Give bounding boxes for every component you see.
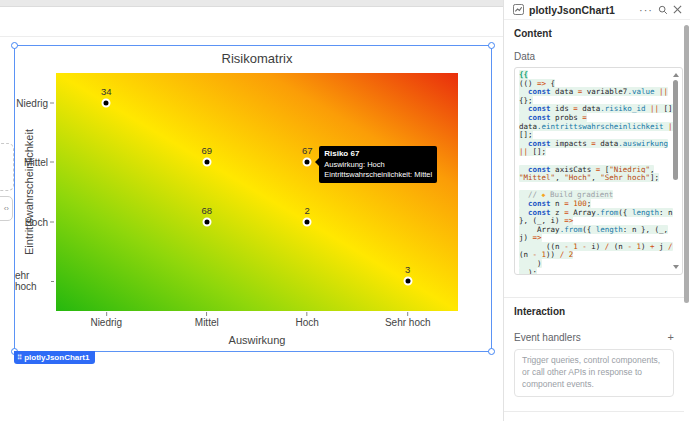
data-point-label: 3 — [405, 264, 410, 275]
left-panel-toggle-button[interactable]: ‹› — [0, 196, 13, 221]
scroll-up-icon[interactable] — [673, 70, 679, 77]
close-icon[interactable] — [673, 5, 682, 14]
data-point[interactable]: 34 — [102, 98, 111, 107]
x-ticks: NiedrigMittelHochSehr hoch — [56, 312, 458, 330]
y-tick-label: ehr hoch — [15, 270, 54, 292]
chart-title: Risikomatrix — [56, 51, 458, 66]
event-handlers-placeholder: Trigger queries, control components, or … — [514, 349, 674, 397]
editor-scrollbar[interactable] — [672, 70, 680, 272]
panel-scrollbar-thumb[interactable] — [684, 25, 689, 303]
data-point-label: 69 — [201, 145, 212, 156]
divider — [504, 297, 684, 298]
scroll-down-icon[interactable] — [673, 265, 679, 272]
inspector-title: plotlyJsonChart1 — [529, 4, 634, 16]
resize-handle-bottom-right[interactable] — [488, 348, 495, 355]
code-lines: {{(() => { const data = variable7.value … — [519, 71, 670, 275]
more-button[interactable]: ··· — [639, 4, 653, 16]
section-interaction: Interaction — [514, 306, 674, 317]
drag-handle-icon: ⠿ — [17, 354, 22, 362]
chart-tooltip: Risiko 67 Auswirkung: Hoch Eintrittswahr… — [319, 146, 437, 182]
editor-scrollbar-thumb[interactable] — [673, 80, 678, 180]
app-window: ‹› Risikomatrix 3469676823 Risiko 67 Aus… — [0, 0, 690, 421]
plus-icon[interactable]: + — [668, 331, 674, 343]
inspector-panel: plotlyJsonChart1 ··· Content Data {{(() … — [503, 0, 690, 421]
drop-zone-outline — [0, 143, 14, 191]
x-tick-label: Sehr hoch — [385, 312, 431, 328]
inspector-body: Content Data {{(() => { const data = var… — [504, 28, 690, 421]
tooltip-line: Eintrittswahrscheinlichkeit: Mittel — [324, 170, 432, 180]
tooltip-line: Auswirkung: Hoch — [324, 160, 432, 170]
divider — [504, 411, 684, 412]
data-point-label: 67 — [302, 145, 313, 156]
data-point[interactable]: 2 — [303, 217, 312, 226]
x-axis-title: Auswirkung — [56, 334, 458, 346]
data-point[interactable]: 3 — [403, 277, 412, 286]
x-tick-label: Mittel — [195, 312, 219, 328]
search-icon[interactable] — [658, 5, 668, 15]
section-content: Content — [514, 28, 674, 39]
y-tick-label: Niedrig — [16, 97, 54, 108]
line-chart-icon — [513, 4, 524, 15]
code-toggle-icon: ‹› — [4, 204, 9, 213]
y-tick-label: Hoch — [25, 216, 54, 227]
inspector-header: plotlyJsonChart1 ··· — [504, 0, 690, 20]
event-handlers-label: Event handlers — [514, 332, 581, 343]
canvas-top-strip — [0, 0, 503, 7]
resize-handle-top-right[interactable] — [488, 42, 495, 49]
canvas-divider — [0, 36, 503, 37]
y-ticks: NiedrigMittelHochehr hoch — [15, 73, 54, 311]
data-point[interactable]: 69 — [202, 158, 211, 167]
component-name-tag[interactable]: ⠿ plotlyJsonChart1 — [14, 351, 95, 364]
resize-handle-top-left[interactable] — [11, 42, 18, 49]
data-point-label: 2 — [305, 204, 310, 215]
y-tick-label: Mittel — [24, 157, 54, 168]
component-name-label: plotlyJsonChart1 — [24, 353, 89, 362]
data-point[interactable]: 68 — [202, 217, 211, 226]
selected-component-frame[interactable]: Risikomatrix 3469676823 Risiko 67 Auswir… — [14, 45, 492, 352]
plot-area[interactable]: 3469676823 Risiko 67 Auswirkung: Hoch Ei… — [56, 73, 458, 311]
data-label: Data — [514, 51, 674, 62]
tooltip-title: Risiko 67 — [324, 149, 432, 160]
data-code-editor[interactable]: {{(() => { const data = variable7.value … — [514, 67, 683, 275]
x-tick-label: Niedrig — [90, 312, 122, 328]
data-point-label: 68 — [201, 204, 212, 215]
data-point-label: 34 — [101, 85, 112, 96]
x-tick-label: Hoch — [296, 312, 319, 328]
